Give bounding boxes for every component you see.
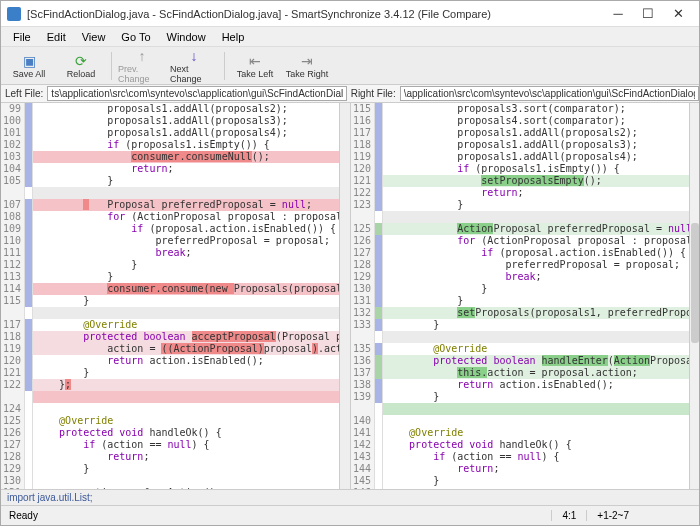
save-all-label: Save All bbox=[13, 69, 46, 79]
menu-help[interactable]: Help bbox=[214, 29, 253, 45]
scrollbar-thumb[interactable] bbox=[691, 223, 699, 343]
take-right-button[interactable]: ⇥ Take Right bbox=[283, 49, 331, 83]
status-ready: Ready bbox=[1, 510, 551, 521]
take-right-label: Take Right bbox=[286, 69, 329, 79]
maximize-button[interactable]: ☐ bbox=[633, 4, 663, 24]
right-diff-gutter bbox=[375, 103, 383, 489]
reload-icon: ⟳ bbox=[75, 53, 87, 69]
vertical-scrollbar[interactable] bbox=[689, 103, 699, 489]
app-icon bbox=[7, 7, 21, 21]
arrow-up-icon: ↑ bbox=[139, 48, 146, 64]
left-diff-gutter bbox=[25, 103, 33, 489]
titlebar: [ScFindActionDialog.java - ScFindActionD… bbox=[1, 1, 699, 27]
status-diff-count: +1-2~7 bbox=[586, 510, 639, 521]
right-line-numbers: 1151161171181191201211221231251261271281… bbox=[351, 103, 375, 489]
left-pane[interactable]: 9910010110210310410510710810911011111211… bbox=[1, 103, 339, 489]
toolbar-separator bbox=[111, 52, 112, 80]
menubar: FileEditViewGo ToWindowHelp bbox=[1, 27, 699, 47]
right-file-label: Right File: bbox=[347, 88, 400, 99]
take-left-label: Take Left bbox=[237, 69, 274, 79]
take-left-button[interactable]: ⇤ Take Left bbox=[231, 49, 279, 83]
bottom-info-text: import java.util.List; bbox=[1, 492, 99, 503]
save-all-icon: ▣ bbox=[23, 53, 36, 69]
diff-divider[interactable]: » bbox=[339, 103, 351, 489]
prev-change-button[interactable]: ↑ Prev. Change bbox=[118, 49, 166, 83]
menu-view[interactable]: View bbox=[74, 29, 114, 45]
toolbar: ▣ Save All ⟳ Reload ↑ Prev. Change ↓ Nex… bbox=[1, 47, 699, 85]
left-file-path[interactable] bbox=[47, 86, 346, 101]
menu-edit[interactable]: Edit bbox=[39, 29, 74, 45]
left-file-label: Left File: bbox=[1, 88, 47, 99]
take-left-icon: ⇤ bbox=[249, 53, 261, 69]
prev-change-label: Prev. Change bbox=[118, 64, 166, 84]
window-title: [ScFindActionDialog.java - ScFindActionD… bbox=[27, 8, 603, 20]
right-code-area[interactable]: proposals3.sort(comparator); proposals4.… bbox=[383, 103, 689, 489]
right-pane[interactable]: 1151161171181191201211221231251261271281… bbox=[351, 103, 689, 489]
next-change-button[interactable]: ↓ Next Change bbox=[170, 49, 218, 83]
statusbar: Ready 4:1 +1-2~7 bbox=[1, 505, 699, 525]
right-file-path[interactable] bbox=[400, 86, 699, 101]
left-line-numbers: 9910010110210310410510710810911011111211… bbox=[1, 103, 25, 489]
menu-window[interactable]: Window bbox=[159, 29, 214, 45]
status-position: 4:1 bbox=[551, 510, 586, 521]
toolbar-separator bbox=[224, 52, 225, 80]
minimize-button[interactable]: ─ bbox=[603, 4, 633, 24]
save-all-button[interactable]: ▣ Save All bbox=[5, 49, 53, 83]
menu-file[interactable]: File bbox=[5, 29, 39, 45]
left-code-area[interactable]: proposals1.addAll(proposals2); proposals… bbox=[33, 103, 339, 489]
arrow-down-icon: ↓ bbox=[191, 48, 198, 64]
reload-button[interactable]: ⟳ Reload bbox=[57, 49, 105, 83]
take-right-icon: ⇥ bbox=[301, 53, 313, 69]
filebar: Left File: Right File: bbox=[1, 85, 699, 103]
bottom-info-strip: import java.util.List; bbox=[1, 489, 699, 505]
next-change-label: Next Change bbox=[170, 64, 218, 84]
diff-panes: 9910010110210310410510710810911011111211… bbox=[1, 103, 699, 489]
menu-go-to[interactable]: Go To bbox=[113, 29, 158, 45]
close-button[interactable]: ✕ bbox=[663, 4, 693, 24]
reload-label: Reload bbox=[67, 69, 96, 79]
